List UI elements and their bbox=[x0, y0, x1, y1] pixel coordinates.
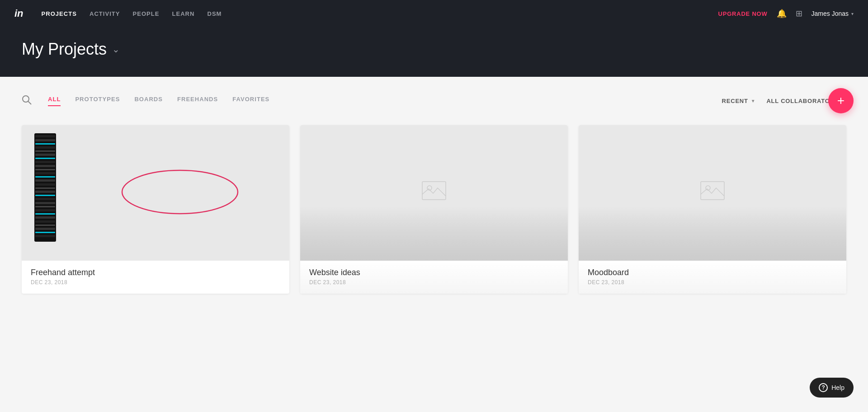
filter-favorites[interactable]: FAVORITES bbox=[232, 96, 269, 106]
card-title: Freehand attempt bbox=[31, 268, 280, 277]
oval-annotation bbox=[119, 167, 241, 219]
project-card[interactable]: Moodboard DEC 23, 2018 bbox=[579, 125, 846, 294]
card-thumbnail bbox=[579, 125, 846, 261]
fab-plus-icon: + bbox=[837, 94, 844, 107]
svg-point-2 bbox=[122, 170, 238, 214]
nav-dsm[interactable]: DSM bbox=[207, 10, 222, 17]
grid-icon[interactable]: ⊞ bbox=[796, 9, 802, 19]
nav-people[interactable]: PEOPLE bbox=[133, 10, 160, 17]
card-date: DEC 23, 2018 bbox=[588, 279, 837, 286]
bell-icon[interactable]: 🔔 bbox=[777, 9, 787, 19]
logo[interactable]: in bbox=[14, 8, 24, 19]
card-info: Moodboard DEC 23, 2018 bbox=[579, 261, 846, 294]
user-chevron-icon: ▾ bbox=[851, 11, 854, 16]
sort-dropdown[interactable]: RECENT ▼ bbox=[722, 98, 756, 104]
nav-activity[interactable]: ACTIVITY bbox=[90, 10, 120, 17]
svg-rect-3 bbox=[422, 182, 446, 200]
nav-links: PROJECTS ACTIVITY PEOPLE LEARN DSM bbox=[42, 10, 704, 17]
sort-chevron-icon: ▼ bbox=[751, 98, 756, 103]
filter-bar: ALL PROTOTYPES BOARDS FREEHANDS FAVORITE… bbox=[22, 95, 846, 107]
card-thumbnail bbox=[300, 125, 568, 261]
filter-right: RECENT ▼ ALL COLLABORATORS ▼ bbox=[722, 98, 846, 104]
help-button[interactable]: ? Help bbox=[810, 378, 854, 393]
help-label: Help bbox=[831, 384, 844, 391]
search-icon[interactable] bbox=[22, 95, 32, 107]
card-date: DEC 23, 2018 bbox=[31, 279, 280, 286]
svg-point-0 bbox=[23, 96, 29, 102]
page-title-chevron-icon[interactable]: ⌄ bbox=[112, 44, 120, 55]
filter-freehands[interactable]: FREEHANDS bbox=[177, 96, 218, 106]
card-info: Freehand attempt DEC 23, 2018 bbox=[22, 261, 289, 294]
filter-tabs: ALL PROTOTYPES BOARDS FREEHANDS FAVORITE… bbox=[48, 96, 269, 106]
page-title: My Projects ⌄ bbox=[22, 40, 846, 59]
nav-projects[interactable]: PROJECTS bbox=[42, 10, 77, 17]
nav-learn[interactable]: LEARN bbox=[172, 10, 195, 17]
card-thumbnail bbox=[22, 125, 289, 261]
projects-grid: Freehand attempt DEC 23, 2018 Website id… bbox=[22, 125, 846, 294]
svg-line-1 bbox=[28, 101, 31, 104]
page-title-text: My Projects bbox=[22, 40, 107, 59]
card-title: Website ideas bbox=[309, 268, 559, 277]
card-info: Website ideas DEC 23, 2018 bbox=[300, 261, 568, 294]
user-menu[interactable]: James Jonas ▾ bbox=[811, 10, 854, 17]
card-gradient bbox=[579, 206, 846, 261]
filter-all[interactable]: ALL bbox=[48, 96, 61, 106]
placeholder-image-icon bbox=[420, 176, 448, 210]
filter-boards[interactable]: BOARDS bbox=[134, 96, 163, 106]
add-project-button[interactable]: + bbox=[828, 88, 854, 113]
card-title: Moodboard bbox=[588, 268, 837, 277]
card-date: DEC 23, 2018 bbox=[309, 279, 559, 286]
sort-label: RECENT bbox=[722, 98, 748, 104]
user-name-label: James Jonas bbox=[811, 10, 849, 17]
upgrade-button[interactable]: UPGRADE NOW bbox=[718, 10, 768, 17]
filter-prototypes[interactable]: PROTOTYPES bbox=[75, 96, 120, 106]
top-navigation: in PROJECTS ACTIVITY PEOPLE LEARN DSM UP… bbox=[0, 0, 868, 27]
header-band: My Projects ⌄ bbox=[0, 27, 868, 77]
help-circle-icon: ? bbox=[819, 383, 828, 392]
project-card[interactable]: Website ideas DEC 23, 2018 bbox=[300, 125, 568, 294]
placeholder-image-icon bbox=[698, 176, 727, 210]
nav-right: UPGRADE NOW 🔔 ⊞ James Jonas ▾ bbox=[718, 9, 854, 19]
project-card[interactable]: Freehand attempt DEC 23, 2018 bbox=[22, 125, 289, 294]
svg-rect-5 bbox=[701, 182, 724, 200]
content-area: ALL PROTOTYPES BOARDS FREEHANDS FAVORITE… bbox=[0, 77, 868, 393]
card-gradient bbox=[300, 206, 568, 261]
